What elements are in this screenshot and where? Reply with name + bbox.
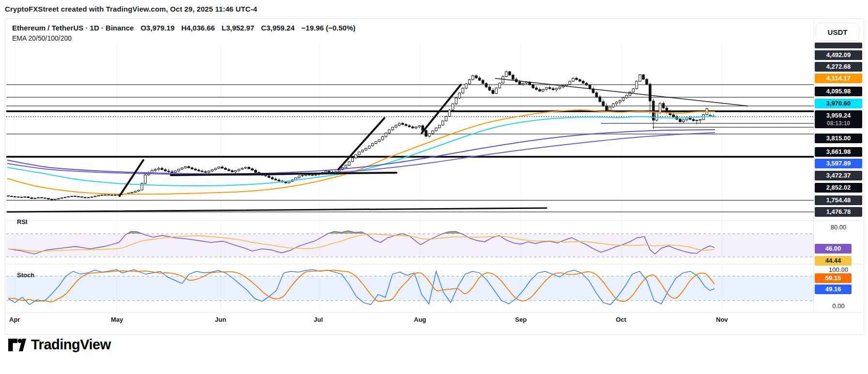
price-label: 3,815.00 [815,134,862,143]
month-label-may: May [111,316,123,323]
indicator-scale-label: 100.00 [815,266,862,273]
tradingview-logo-text: TradingView [31,337,111,353]
watermark-header: CryptoFXStreet created with TradingView.… [5,5,257,13]
indicator-value-badge: 49.16 [815,284,852,294]
month-label-jun: Jun [215,316,226,323]
month-label-jul: Jul [314,316,323,323]
month-label-sep: Sep [515,316,527,323]
rsi-pane-label[interactable]: RSI [17,218,28,225]
chart-plot-area[interactable] [5,19,864,334]
price-label: 4,095.98 [815,87,862,96]
price-label: 4,492.09 [815,50,862,60]
tradingview-logo[interactable]: TradingView [7,335,111,354]
month-label-apr: Apr [9,316,20,323]
price-label: 4,272.68 [815,62,862,72]
indicator-value-badge: 44.44 [815,256,852,266]
month-label-oct: Oct [616,316,626,323]
indicator-value-badge: 59.15 [815,273,852,283]
price-label: 1,754.48 [815,195,862,205]
indicator-value-badge: 46.00 [815,244,852,254]
stoch-pane-label[interactable]: Stoch [17,271,34,279]
price-label: 2,852.02 [815,183,862,193]
tradingview-logo-icon [7,335,26,354]
price-label: 3,970.60 [815,99,862,108]
month-label-nov: Nov [716,316,728,323]
indicator-scale-label: 0.00 [815,302,862,310]
current-price: 3,959.24 [815,110,862,120]
price-label-clipped [815,43,862,48]
current-price-badge: 3,959.2408:13:10 [815,110,862,128]
month-label-aug: Aug [414,316,426,323]
price-label: 1,476.78 [815,207,862,217]
chart-card: Ethereum / TetherUS · 1D · BinanceO3,979… [5,18,864,335]
indicator-scale-label: 80.00 [815,224,862,231]
price-label: 3,597.89 [815,159,862,168]
price-label: 3,472.37 [815,171,862,180]
price-label: 4,114.17 [815,74,862,83]
page: CryptoFXStreet created with TradingView.… [0,0,868,374]
bar-countdown: 08:13:10 [815,120,862,128]
price-label: 3,661.98 [815,147,862,157]
